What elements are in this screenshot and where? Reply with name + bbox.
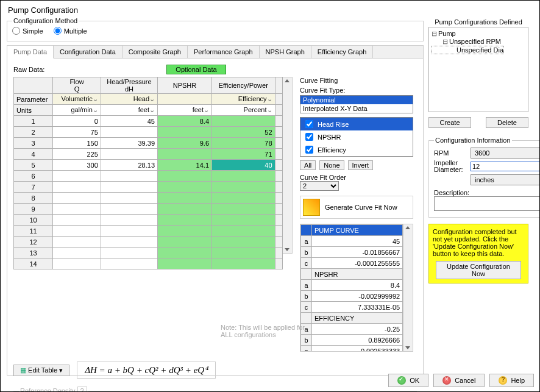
col-npshr: NPSHR bbox=[158, 77, 212, 94]
footer-buttons: OK Cancel Help bbox=[388, 374, 534, 387]
all-button[interactable]: All bbox=[300, 160, 316, 170]
coef-scrollbar[interactable] bbox=[403, 224, 413, 351]
curve-fit-order-select[interactable]: 2 bbox=[300, 181, 339, 191]
config-method-group: Configuration Method Simple Multiple bbox=[7, 17, 424, 41]
warning-panel: Configuration completed but not yet upda… bbox=[428, 224, 528, 283]
param-flow[interactable]: Volumetric⌄ bbox=[53, 94, 101, 105]
units-npshr[interactable]: feet⌄ bbox=[158, 105, 212, 116]
question-icon bbox=[499, 376, 507, 385]
table-row[interactable]: 1 045 8.4 bbox=[14, 116, 283, 127]
none-button[interactable]: None bbox=[319, 160, 344, 170]
col-eff: Efficiency/Power bbox=[212, 77, 275, 94]
raw-data-grid[interactable]: FlowQ Head/PressuredH NPSHR Efficiency/P… bbox=[13, 77, 283, 269]
table-row[interactable]: 10 bbox=[14, 215, 283, 226]
cancel-button[interactable]: Cancel bbox=[433, 374, 485, 387]
edit-table-button[interactable]: ▦ Edit Table ▾ bbox=[13, 365, 69, 376]
fit-type-interp[interactable]: Interpolated X-Y Data bbox=[300, 104, 413, 113]
raw-data-label: Raw Data: bbox=[13, 66, 44, 73]
grid-scrollbar[interactable] bbox=[283, 77, 293, 254]
units-eff[interactable]: Percent⌄ bbox=[212, 105, 275, 116]
table-row[interactable]: 3 15039.39 9.6 78 bbox=[14, 138, 283, 149]
table-row[interactable]: 11 bbox=[14, 226, 283, 237]
col-flow: FlowQ bbox=[53, 77, 101, 94]
generate-curve-fit-button[interactable]: Generate Curve Fit Now bbox=[325, 204, 397, 211]
tab-npsh-graph[interactable]: NPSH Graph bbox=[260, 46, 311, 58]
tab-pump-data[interactable]: Pump Data bbox=[7, 46, 54, 59]
description-label: Description: bbox=[434, 189, 540, 196]
tab-strip: Pump Data Configuration Data Composite G… bbox=[7, 45, 424, 59]
units-flow[interactable]: gal/min⌄ bbox=[53, 105, 101, 116]
create-button[interactable]: Create bbox=[428, 117, 471, 128]
delete-button[interactable]: Delete bbox=[486, 117, 528, 128]
param-eff[interactable]: Efficiency⌄ bbox=[212, 94, 275, 105]
table-row[interactable]: 2 75 52 bbox=[14, 127, 283, 138]
tab-performance-graph[interactable]: Performance Graph bbox=[188, 46, 260, 58]
table-row[interactable]: 9 bbox=[14, 204, 283, 215]
tree-pump[interactable]: Pump bbox=[438, 30, 456, 37]
config-info-group: Configuration Information RPM3600 Impell… bbox=[428, 137, 540, 218]
tree-expand-icon[interactable]: ⊟ bbox=[432, 30, 437, 37]
curve-fit-order-label: Curve Fit Order bbox=[300, 174, 413, 181]
optional-data-button[interactable]: Optional Data bbox=[166, 65, 226, 74]
formula-display: ΔH = a + bQ + cQ² + dQ³ + eQ⁴ bbox=[77, 362, 216, 379]
table-row[interactable]: 4 225 71 bbox=[14, 149, 283, 160]
radio-multiple[interactable]: Multiple bbox=[54, 27, 87, 35]
invert-button[interactable]: Invert bbox=[348, 160, 374, 170]
tree-dia[interactable]: Unspecified Dia bbox=[457, 46, 503, 54]
tab-composite-graph[interactable]: Composite Graph bbox=[123, 46, 188, 58]
tree-expand-icon[interactable]: ⊟ bbox=[442, 38, 448, 45]
config-method-legend: Configuration Method bbox=[12, 17, 79, 24]
curve-fit-type-list[interactable]: Polynomial Interpolated X-Y Data bbox=[300, 95, 413, 113]
check-efficiency[interactable]: Efficiency bbox=[300, 143, 413, 156]
check-npshr[interactable]: NPSHR bbox=[300, 130, 413, 143]
description-input[interactable] bbox=[434, 196, 540, 211]
help-button[interactable]: Help bbox=[489, 374, 534, 387]
help-icon[interactable]: ? bbox=[77, 387, 87, 392]
col-head: Head/PressuredH bbox=[101, 77, 157, 94]
reference-density-group: Reference Density ? No Correction Water … bbox=[13, 387, 417, 392]
chart-icon bbox=[303, 199, 320, 216]
table-row[interactable]: 14 bbox=[14, 258, 283, 269]
units-head[interactable]: feet⌄ bbox=[101, 105, 157, 116]
note-text: Note: This will be applied for ALL confi… bbox=[221, 324, 312, 338]
update-configuration-now-button[interactable]: Update Configuration Now bbox=[436, 261, 521, 279]
curve-check-list: Head Rise NPSHR Efficiency bbox=[300, 117, 413, 157]
table-row[interactable]: 12 bbox=[14, 237, 283, 248]
tree-rpm[interactable]: Unspecified RPM bbox=[449, 38, 501, 45]
fit-type-polynomial[interactable]: Polynomial bbox=[300, 96, 413, 104]
tab-configuration-data[interactable]: Configuration Data bbox=[54, 46, 123, 58]
impeller-input[interactable] bbox=[471, 162, 540, 171]
check-icon bbox=[397, 376, 406, 385]
check-head-rise[interactable]: Head Rise bbox=[300, 118, 413, 130]
table-row[interactable]: 6 bbox=[14, 171, 283, 182]
config-tree[interactable]: ⊟Pump ⊟Unspecified RPM Unspecified Dia bbox=[428, 27, 528, 112]
table-row[interactable]: 8 bbox=[14, 193, 283, 204]
curve-fit-type-label: Curve Fit Type: bbox=[300, 87, 413, 94]
tab-efficiency-graph[interactable]: Efficiency Graph bbox=[311, 46, 374, 58]
impeller-unit-select[interactable]: inches bbox=[471, 174, 540, 185]
table-row[interactable]: 13 bbox=[14, 248, 283, 258]
table-row[interactable]: 7 bbox=[14, 182, 283, 193]
x-icon bbox=[442, 376, 451, 385]
ok-button[interactable]: OK bbox=[388, 374, 428, 387]
pump-configs-defined-label: Pump Configurations Defined bbox=[428, 18, 528, 26]
rpm-select[interactable]: 3600 bbox=[471, 148, 540, 159]
curve-fitting-title: Curve Fitting bbox=[300, 77, 413, 84]
radio-simple[interactable]: Simple bbox=[12, 27, 43, 35]
param-head[interactable]: Head⌄ bbox=[101, 94, 157, 105]
coefficients-table: PUMP CURVEa45b-0.01856667c-0.0001255555N… bbox=[300, 224, 403, 352]
table-row[interactable]: 5 30028.13 14.1 40 bbox=[14, 160, 283, 171]
window-title: Pump Configuration bbox=[1, 1, 539, 17]
